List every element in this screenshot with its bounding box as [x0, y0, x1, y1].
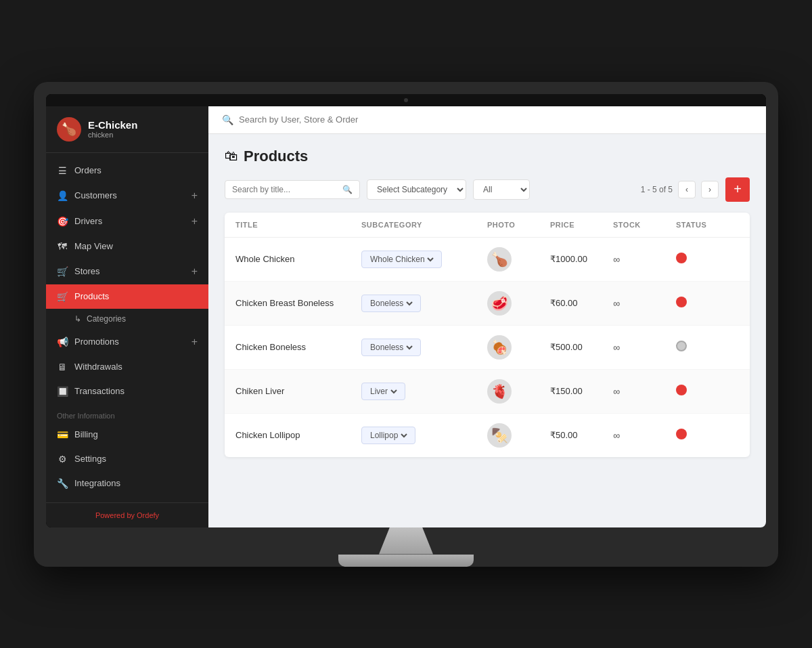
status-dot[interactable]: [676, 385, 687, 395]
subcategory-select[interactable]: Lollipop: [367, 430, 409, 441]
page-body: 🛍 Products 🔍 Select Subcategory All: [208, 134, 766, 527]
row-status[interactable]: [676, 385, 739, 398]
row-price: ₹60.00: [550, 298, 613, 308]
sidebar-nav: ☰ Orders 👤 Customers + 🎯 Drivers + �: [46, 153, 208, 502]
pagination-info: 1 - 5 of 5 ‹ ›: [641, 181, 719, 198]
drivers-icon: 🎯: [57, 216, 68, 227]
table-body: Whole Chicken Whole Chicken 🍗 ₹1000.00 ∞…: [225, 238, 750, 457]
add-driver-icon[interactable]: +: [191, 215, 198, 228]
main-content: 🔍 🛍 Products 🔍 Select Subc: [208, 106, 766, 527]
subcategory-select[interactable]: Liver: [367, 386, 399, 397]
col-stock: STOCK: [613, 221, 676, 229]
row-status[interactable]: [676, 297, 739, 310]
table-row: Whole Chicken Whole Chicken 🍗 ₹1000.00 ∞: [225, 238, 750, 282]
sidebar-item-label: Products: [74, 291, 109, 301]
global-search-input[interactable]: [239, 114, 752, 125]
row-title: Chiken Liver: [235, 386, 361, 396]
sidebar-item-label: Stores: [74, 266, 100, 276]
row-subcategory[interactable]: Lollipop: [361, 427, 487, 444]
row-price: ₹150.00: [550, 386, 613, 396]
sidebar-item-orders[interactable]: ☰ Orders: [46, 158, 208, 183]
add-product-button[interactable]: +: [725, 177, 750, 202]
settings-icon: ⚙: [57, 454, 68, 465]
row-photo: 🍖: [487, 335, 550, 360]
sidebar-item-customers[interactable]: 👤 Customers +: [46, 183, 208, 209]
stand-base: [338, 555, 474, 567]
sidebar-item-label: Integrations: [74, 478, 120, 488]
sidebar-item-categories[interactable]: ↳ Categories: [46, 309, 208, 329]
add-store-icon[interactable]: +: [191, 265, 198, 278]
add-customer-icon[interactable]: +: [191, 190, 198, 202]
brand-name: E-Chicken: [88, 119, 137, 131]
subcategory-select[interactable]: Boneless: [367, 298, 415, 309]
products-table: TITLE SUBCATEGORY PHOTO PRICE STOCK STAT…: [225, 213, 750, 457]
subcategory-select[interactable]: Whole Chicken: [367, 254, 436, 265]
pagination-text: 1 - 5 of 5: [641, 185, 673, 194]
filter-row: 🔍 Select Subcategory All Active Inactive…: [225, 177, 750, 202]
row-status[interactable]: [676, 429, 739, 442]
sidebar-item-label: Map View: [74, 241, 113, 251]
row-subcategory[interactable]: Liver: [361, 383, 487, 400]
sidebar-item-label: Drivers: [74, 216, 102, 226]
row-subcategory[interactable]: Boneless: [361, 339, 487, 356]
brand-section: 🍗 E-Chicken chicken: [46, 106, 208, 153]
stand-neck: [379, 527, 433, 555]
sidebar-item-products[interactable]: 🛒 Products: [46, 284, 208, 309]
page-title-icon: 🛍: [225, 148, 238, 164]
sidebar-item-withdrawals[interactable]: 🖥 Withdrawals: [46, 355, 208, 379]
table-header: TITLE SUBCATEGORY PHOTO PRICE STOCK STAT…: [225, 213, 750, 238]
monitor-stand: [46, 527, 766, 567]
row-status[interactable]: [676, 341, 739, 354]
billing-icon: 💳: [57, 429, 68, 440]
page-title: Products: [244, 148, 308, 165]
add-promo-icon[interactable]: +: [191, 336, 198, 348]
col-photo: PHOTO: [487, 221, 550, 229]
row-stock: ∞: [613, 430, 676, 441]
customers-icon: 👤: [57, 190, 68, 201]
sidebar-item-label: Customers: [74, 190, 117, 200]
sidebar-item-transactions[interactable]: 🔲 Transactions: [46, 379, 208, 404]
sidebar-item-promotions[interactable]: 📢 Promotions +: [46, 329, 208, 355]
table-row: Chicken Boneless Boneless 🍖 ₹500.00 ∞: [225, 326, 750, 370]
row-price: ₹1000.00: [550, 254, 613, 264]
subcategory-select[interactable]: Boneless: [367, 342, 415, 353]
row-price: ₹50.00: [550, 430, 613, 440]
sidebar-item-drivers[interactable]: 🎯 Drivers +: [46, 209, 208, 234]
sidebar-item-billing[interactable]: 💳 Billing: [46, 423, 208, 447]
row-photo: 🥩: [487, 291, 550, 316]
status-dot[interactable]: [676, 429, 687, 439]
title-search-input[interactable]: [232, 185, 338, 194]
status-filter[interactable]: All Active Inactive: [473, 179, 530, 200]
prev-page-button[interactable]: ‹: [678, 181, 696, 198]
subcategory-filter[interactable]: Select Subcategory: [367, 179, 466, 200]
row-stock: ∞: [613, 342, 676, 353]
sidebar-item-label: Transactions: [74, 386, 125, 396]
row-stock: ∞: [613, 298, 676, 309]
row-photo: 🍗: [487, 247, 550, 272]
status-dot[interactable]: [676, 341, 687, 351]
col-title: TITLE: [235, 221, 361, 229]
row-status[interactable]: [676, 253, 739, 266]
sidebar: 🍗 E-Chicken chicken ☰ Orders 👤 Customers: [46, 106, 208, 527]
row-title: Whole Chicken: [235, 254, 361, 264]
sidebar-item-stores[interactable]: 🛒 Stores +: [46, 259, 208, 284]
brand-sub: chicken: [88, 131, 137, 139]
sub-arrow-icon: ↳: [74, 314, 81, 324]
sidebar-item-label: Billing: [74, 429, 98, 439]
promotions-icon: 📢: [57, 337, 68, 347]
table-row: Chicken Breast Boneless Boneless 🥩 ₹60.0…: [225, 282, 750, 326]
sidebar-item-mapview[interactable]: 🗺 Map View: [46, 234, 208, 259]
row-subcategory[interactable]: Whole Chicken: [361, 251, 487, 268]
status-dot[interactable]: [676, 297, 687, 307]
title-search-field: 🔍: [225, 180, 360, 199]
orders-icon: ☰: [57, 165, 68, 176]
row-photo: 🍢: [487, 423, 550, 448]
sidebar-item-settings[interactable]: ⚙ Settings: [46, 447, 208, 471]
map-icon: 🗺: [57, 241, 68, 252]
sidebar-item-integrations[interactable]: 🔧 Integrations: [46, 471, 208, 496]
products-icon: 🛒: [57, 291, 68, 302]
row-photo: 🫀: [487, 379, 550, 404]
row-subcategory[interactable]: Boneless: [361, 295, 487, 312]
status-dot[interactable]: [676, 253, 687, 263]
next-page-button[interactable]: ›: [701, 181, 719, 198]
